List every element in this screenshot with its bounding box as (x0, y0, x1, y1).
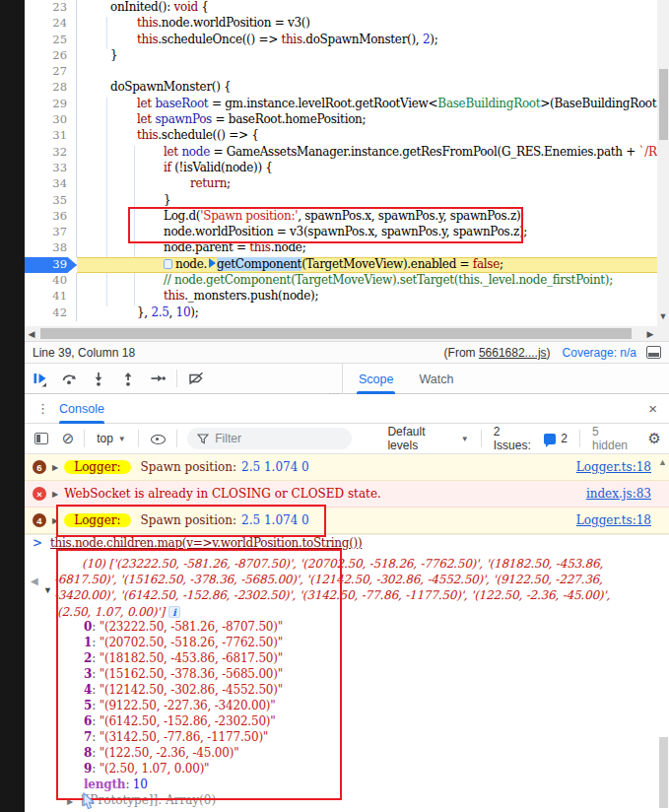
prototype-row[interactable]: ▶ [[Prototype]]: Array(0) (25, 793, 669, 809)
array-item-row: 7: "(3142.50, -77.86, -1177.50)" (25, 730, 669, 746)
line-number[interactable]: 40 (25, 273, 77, 289)
tab-console[interactable]: Console (59, 394, 104, 424)
clear-console-icon[interactable]: ⊘ (62, 430, 75, 447)
expand-triangle-icon[interactable]: ▶ (52, 463, 58, 472)
console-scrollbar-thumb[interactable] (659, 737, 668, 808)
scroll-left-arrow-icon[interactable]: ◀ (25, 329, 38, 339)
message-text: Spawn position: (141, 460, 236, 474)
tab-watch[interactable]: Watch (419, 364, 453, 394)
source-location-link[interactable]: Logger.ts:18 (576, 460, 651, 474)
line-number[interactable]: 32 (25, 145, 77, 161)
collapse-triangle-icon[interactable]: ▼ (43, 585, 52, 595)
code-lines: 23onInited(): void {24this.node.worldPos… (25, 0, 657, 321)
inline-pause-marker-icon[interactable] (164, 259, 172, 269)
source-map-link[interactable]: 5661682....js (479, 346, 547, 360)
line-number[interactable]: 35 (25, 193, 77, 209)
line-number[interactable]: 29 (25, 97, 77, 112)
scroll-down-arrow-icon[interactable]: ▼ (658, 311, 668, 321)
array-value: "(12142.50, -302.86, -4552.50)" (100, 683, 283, 697)
console-messages: 6▶Logger:Spawn position:2.5 1.074 0Logge… (25, 454, 669, 534)
code-vertical-scrollbar[interactable]: ▼ (657, 0, 669, 341)
log-levels-selector[interactable]: Default levels ▼ (387, 425, 468, 452)
console-scroll-up-icon[interactable]: ▲ (658, 457, 667, 467)
code-line-content: }, 2.5, 10); (77, 305, 657, 321)
filter-box[interactable] (187, 428, 352, 449)
line-number[interactable]: 27 (25, 64, 77, 80)
code-line: 37node.worldPosition = v3(spawnPos.x, sp… (25, 225, 657, 240)
line-number[interactable]: 36 (25, 209, 77, 225)
line-number[interactable]: 38 (25, 240, 77, 256)
array-item-row: 5: "(9122.50, -227.36, -3420.00)" (25, 699, 669, 714)
code-line-content: this.node.worldPosition = v3() (77, 16, 657, 32)
scrollbar-thumb[interactable] (40, 328, 632, 339)
expand-triangle-icon[interactable]: ▶ (67, 797, 73, 806)
line-number[interactable]: 41 (25, 289, 77, 304)
console-sidebar-icon[interactable] (34, 433, 48, 444)
code-line-content: if (!isValid(node)) { (77, 161, 657, 176)
line-number[interactable]: 39 (25, 257, 77, 273)
array-index: 1 (84, 636, 92, 649)
code-line: 27 (25, 64, 657, 80)
array-preview[interactable]: (10) ['(23222.50, -581.26, -8707.50)', '… (54, 556, 612, 620)
line-number[interactable]: 34 (25, 176, 77, 192)
step-into-button[interactable] (84, 366, 113, 391)
status-bar: Line 39, Column 18 (From 5661682....js) … (25, 341, 669, 364)
deactivate-breakpoints-button[interactable] (181, 366, 211, 391)
source-location-link[interactable]: index.js:83 (586, 487, 651, 501)
array-index: 5 (84, 699, 92, 712)
expand-triangle-icon[interactable]: ▶ (52, 490, 58, 499)
info-icon[interactable]: i (168, 606, 180, 618)
devtools-window: 23onInited(): void {24this.node.worldPos… (0, 0, 669, 812)
code-editor[interactable]: 23onInited(): void {24this.node.worldPos… (25, 0, 657, 326)
array-item-row: 6: "(6142.50, -152.86, -2302.50)" (25, 714, 669, 730)
scrollbar-thumb[interactable] (659, 69, 668, 140)
code-line-content: return; (77, 176, 657, 192)
toolbar-divider (176, 370, 177, 387)
code-line: 31this.schedule(() => { (25, 128, 657, 144)
command-text[interactable]: this.node.children.map(v=>v.worldPositio… (50, 536, 362, 550)
console-settings-gear-icon[interactable]: ⚙ (648, 430, 661, 447)
line-number[interactable]: 33 (25, 161, 77, 176)
mouse-cursor-icon (83, 792, 98, 810)
tab-scope[interactable]: Scope (359, 364, 393, 394)
line-number[interactable]: 24 (25, 16, 77, 32)
step-out-button[interactable] (113, 366, 143, 391)
array-value: "(23222.50, -581.26, -8707.50)" (100, 620, 283, 634)
line-number[interactable]: 31 (25, 128, 77, 144)
array-item-row: 2: "(18182.50, -453.86, -6817.50)" (25, 651, 669, 667)
line-number[interactable]: 25 (25, 33, 77, 48)
close-icon[interactable]: × (648, 400, 657, 417)
scroll-right-arrow-icon[interactable]: ▶ (643, 329, 657, 339)
code-line-content: } (77, 193, 657, 209)
step-over-button[interactable] (54, 366, 84, 391)
expand-triangle-icon[interactable]: ▶ (52, 516, 58, 525)
filter-input[interactable] (215, 432, 333, 445)
line-number[interactable]: 28 (25, 80, 77, 96)
array-value: "(18182.50, -453.86, -6817.50)" (100, 651, 283, 665)
code-horizontal-scrollbar[interactable]: ◀ ▶ (25, 326, 657, 341)
resume-button[interactable] (25, 366, 54, 391)
line-number[interactable]: 26 (25, 48, 77, 64)
issues-counter[interactable]: 2 Issues: 2 (494, 425, 568, 452)
code-line: 28doSpawnMonster() { (25, 80, 657, 96)
inline-breakpoint-icon[interactable] (209, 258, 216, 268)
line-number[interactable]: 42 (25, 305, 77, 321)
code-line: 26} (25, 48, 657, 64)
console-message: 4▶Logger:Spawn position:2.5 1.074 0Logge… (25, 508, 669, 534)
source-location-link[interactable]: Logger.ts:18 (576, 513, 651, 527)
toggle-drawer-icon[interactable] (646, 346, 661, 359)
line-number[interactable]: 23 (25, 0, 77, 16)
live-expression-icon[interactable] (151, 432, 166, 446)
command-chevron-icon: > (33, 536, 42, 550)
step-into-icon (91, 371, 106, 386)
message-values: 2.5 1.074 0 (241, 513, 309, 527)
step-out-icon (120, 371, 136, 386)
context-selector[interactable]: top ▼ (97, 432, 126, 445)
more-tools-menu-icon[interactable]: ⋮ (36, 401, 49, 416)
line-number[interactable]: 30 (25, 112, 77, 128)
line-number[interactable]: 37 (25, 225, 77, 240)
coverage-link[interactable]: Coverage: n/a (563, 346, 636, 360)
step-button[interactable] (143, 366, 172, 391)
deactivate-breakpoints-icon (188, 371, 205, 386)
code-line: 25this.scheduleOnce(() => this.doSpawnMo… (25, 33, 657, 48)
